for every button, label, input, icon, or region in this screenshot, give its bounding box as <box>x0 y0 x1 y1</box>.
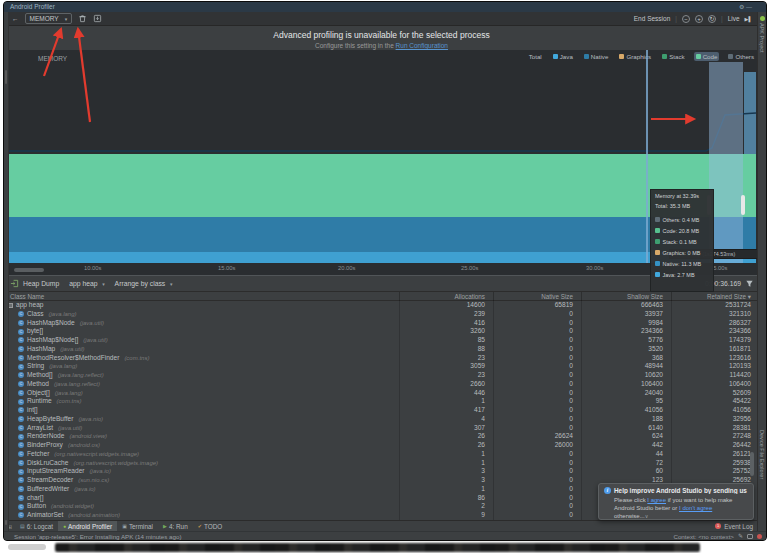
tab-apk-project[interactable]: APK Project <box>759 23 765 53</box>
pencil-icon[interactable]: ✎ <box>738 532 743 541</box>
gear-icon[interactable]: ⚙ <box>739 4 744 10</box>
table-scrollbar[interactable] <box>750 452 754 476</box>
legend-java[interactable]: Java <box>551 52 575 61</box>
class-icon: C <box>18 512 24 518</box>
bottom-tab-6-logcat[interactable]: ▤6: Logcat <box>15 521 58 531</box>
class-icon: C <box>18 399 24 405</box>
table-row[interactable]: CHashMap(java.util)8803520161871 <box>4 345 759 354</box>
heap-dump-icon <box>10 279 19 288</box>
timeline-scrollbar[interactable] <box>14 268 44 272</box>
class-icon: C <box>18 495 24 501</box>
reset-zoom-button[interactable]: ↻ <box>708 15 716 23</box>
event-log-button[interactable]: 1 Event Log <box>715 523 753 530</box>
column-header-allocations[interactable]: Allocations <box>399 292 493 301</box>
legend-total[interactable]: Total <box>527 52 544 61</box>
class-icon: C <box>18 355 24 361</box>
legend-graphics[interactable]: Graphics <box>617 52 653 61</box>
taskbar-pill <box>8 544 46 550</box>
dont-agree-link[interactable]: I don't agree <box>679 505 712 511</box>
help-improve-popup: i Help improve Android Studio by sending… <box>598 483 754 520</box>
run-configuration-link[interactable]: Run Configuration <box>396 42 448 49</box>
column-header-shallow-size[interactable]: Shallow Size <box>581 292 671 301</box>
zoom-in-button[interactable]: + <box>695 15 703 23</box>
table-row[interactable]: CRuntime(com.tns)109545422 <box>4 397 759 406</box>
table-row[interactable]: CMethod[](java.lang.reflect)230106201144… <box>4 371 759 380</box>
filter-button[interactable] <box>745 279 754 289</box>
column-header-retained-size[interactable]: Retained Size ▾ <box>671 292 759 301</box>
table-row[interactable]: CFetcher(org.nativescript.widgets.image)… <box>4 450 759 459</box>
legend-native[interactable]: Native <box>582 52 611 61</box>
notification-dot-icon[interactable] <box>757 534 762 539</box>
table-row[interactable]: CHeapByteBuffer(java.nio)4018832956 <box>4 415 759 424</box>
class-icon: C <box>18 460 24 466</box>
table-row[interactable]: CClass(java.lang)239033937321310 <box>4 310 759 319</box>
session-type-label: MEMORY <box>30 15 59 22</box>
left-tool-strip <box>4 12 9 531</box>
graphics-swatch-icon <box>619 54 624 59</box>
memory-area-plot[interactable] <box>9 62 756 263</box>
bottom-tab-android-profiler[interactable]: ●Android Profiler <box>58 521 117 531</box>
class-icon: C <box>18 364 24 370</box>
zoom-out-button[interactable]: − <box>682 15 690 23</box>
table-row[interactable]: Cbyte[]32600234366234366 <box>4 327 759 336</box>
table-row[interactable]: CBinderProxy(android.os)262600044226442 <box>4 441 759 450</box>
table-header: Class NameAllocationsNative SizeShallow … <box>4 291 759 301</box>
chart-title: MEMORY <box>38 55 67 62</box>
x-tick: 30.00s <box>586 265 603 271</box>
table-row[interactable]: CHashMap$Node[](java.util)8505776174379 <box>4 336 759 345</box>
table-row[interactable]: CMethodResolver$MethodFinder(com.tns)230… <box>4 354 759 363</box>
table-row[interactable]: Cint[]41704105641056 <box>4 406 759 415</box>
popup-body: Please click I agree if you want to help… <box>614 496 748 520</box>
class-icon: C <box>18 442 24 448</box>
end-session-button[interactable]: End Session <box>634 15 671 22</box>
time-axis: 10.00s15.00s20.00s25.00s30.00s35.00s <box>9 263 756 275</box>
column-header-native-size[interactable]: Native Size <box>493 292 581 301</box>
table-row[interactable]: CDiskLruCache(org.nativescript.widgets.i… <box>4 459 759 468</box>
x-tick: 20.00s <box>338 265 355 271</box>
agree-link[interactable]: I agree <box>647 497 666 503</box>
tooltip-title: Memory at 32.39s <box>655 193 709 199</box>
table-row[interactable]: CRenderNode(android.view)262662462427248 <box>4 432 759 441</box>
column-header-class-name[interactable]: Class Name <box>4 292 399 301</box>
heap-selector[interactable]: app heap ▾ <box>69 280 105 287</box>
tooltip-item: Code: 20.8 MB <box>655 225 709 236</box>
back-button[interactable]: ← <box>12 15 19 22</box>
memory-chart[interactable]: TotalJavaNativeGraphicsStackCodeOthers M… <box>9 50 759 275</box>
session-type-dropdown[interactable]: MEMORY ▾ <box>25 13 73 24</box>
event-log-badge-icon: 1 <box>715 523 721 529</box>
table-row[interactable]: CObject[](java.lang)44602404052609 <box>4 389 759 398</box>
bottom-tab-terminal[interactable]: ▣Terminal <box>117 521 158 531</box>
table-row[interactable]: CArrayList(java.util)3070614028381 <box>4 424 759 433</box>
table-row[interactable]: CMethod(java.lang.reflect)26600106400106… <box>4 380 759 389</box>
popup-title: Help improve Android Studio by sending u… <box>614 487 747 494</box>
table-row[interactable]: CString(java.lang)3059048944120193 <box>4 362 759 371</box>
live-button[interactable]: Live <box>728 15 740 22</box>
table-row[interactable]: CInputStreamReader(java.io)306025752 <box>4 467 759 476</box>
class-icon: C <box>18 320 24 326</box>
tab-device-file-explorer[interactable]: Device File Explorer <box>759 430 765 479</box>
context-label: Context: <no context> <box>673 532 734 541</box>
legend-stack[interactable]: Stack <box>660 52 686 61</box>
x-tick: 10.00s <box>84 265 101 271</box>
heap-dump-button[interactable] <box>93 14 102 24</box>
legend-code[interactable]: Code <box>694 52 720 61</box>
legend-others[interactable]: Others <box>726 52 756 61</box>
hide-icon[interactable]: — <box>746 4 752 10</box>
banner-message: Advanced profiling is unavailable for th… <box>4 30 759 40</box>
garbage-collect-button[interactable] <box>78 14 87 24</box>
bottom-tab-4-run[interactable]: ▶4: Run <box>158 521 193 531</box>
chevron-down-icon: ▾ <box>65 16 68 22</box>
lock-icon[interactable] <box>747 534 753 539</box>
table-row[interactable]: app heap14600658196664632531724 <box>4 301 759 310</box>
terminal-icon: ▣ <box>122 523 127 529</box>
x-tick: 15.00s <box>218 265 235 271</box>
skip-to-live-icon[interactable]: ▶▌ <box>745 16 752 22</box>
chevron-down-icon[interactable]: ∨ <box>645 513 649 519</box>
table-row[interactable]: CHashMap$Node(java.util)41609984286327 <box>4 319 759 328</box>
bottom-tab-todo[interactable]: ✔TODO <box>193 521 228 531</box>
status-bar: Session 'app-release5': Error Installing… <box>4 531 767 540</box>
class-icon: C <box>18 346 24 352</box>
filter-icon <box>745 279 754 288</box>
class-icon: C <box>18 425 24 431</box>
arrange-selector[interactable]: Arrange by class ▾ <box>115 280 173 287</box>
